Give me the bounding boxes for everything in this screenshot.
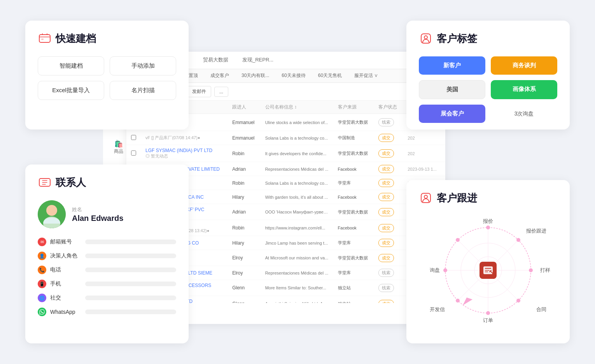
col-desc: 公司名称信息 ↕	[261, 101, 333, 114]
tag-business-negotiation[interactable]: 商务谈判	[491, 56, 557, 75]
subtab-promote[interactable]: 服开促活 ∨	[349, 69, 383, 82]
manual-add-btn[interactable]: 手动添加	[110, 56, 176, 75]
quick-build-card: 快速建档 智能建档 手动添加 Excel批量导入 名片扫描	[25, 21, 189, 130]
tag-portrait-system[interactable]: 画像体系	[491, 80, 557, 99]
tag-usa[interactable]: 美国	[419, 80, 485, 99]
row-source: 独立站	[333, 280, 374, 296]
subtab-deal[interactable]: 成交客户	[205, 69, 234, 82]
row-owner: Robin	[228, 176, 260, 190]
contact-title-text: 联系人	[56, 176, 86, 189]
label-contract: 合同	[536, 306, 546, 313]
row-source: 学堂贸易大数据	[333, 250, 374, 266]
tab-discover[interactable]: 发现_REPR...	[235, 52, 280, 69]
excel-import-btn[interactable]: Excel批量导入	[38, 81, 104, 100]
email-value	[85, 240, 176, 244]
smart-build-btn[interactable]: 智能建档	[38, 56, 104, 75]
row-status: 成交	[374, 236, 403, 250]
field-row-whatsapp: WhatsApp	[38, 308, 176, 316]
table-row[interactable]: LGF SYSMAC (INDIA) PVT LTD ◎ 暂无动态 Robin …	[126, 145, 445, 162]
contact-title: 联系人	[38, 175, 176, 189]
social-icon: 🌐	[38, 294, 46, 302]
row-company: vF [] 产品库厂(07/08 14:47)●	[141, 131, 228, 145]
row-desc: Amarjothi Spinning Mills Ltd. Ab...	[261, 296, 333, 303]
customer-tag-card: 客户标签 新客户 商务谈判 美国 画像体系 展会客户 3次询盘	[406, 21, 570, 130]
row-desc: Representaciones Médicas del ...	[261, 162, 333, 176]
row-check[interactable]	[126, 131, 141, 145]
contact-icon	[38, 175, 52, 189]
row-source: 学堂库	[333, 266, 374, 280]
avatar	[38, 200, 66, 228]
subtab-60days-no-machine[interactable]: 60天无售机	[313, 69, 347, 82]
field-row-mobile: 📱 手机	[38, 280, 176, 288]
field-row-phone: 📞 电话	[38, 266, 176, 274]
role-label: 决策人角色	[50, 252, 81, 259]
card-scan-btn[interactable]: 名片扫描	[110, 81, 176, 100]
subtab-30days[interactable]: 30天内有联...	[236, 69, 275, 82]
row-source: 学堂库	[333, 176, 374, 190]
svg-point-3	[424, 36, 427, 39]
row-owner: Robin	[228, 220, 260, 236]
row-status: 成交	[374, 145, 403, 162]
col-status: 客户状态	[374, 101, 403, 114]
customer-tag-title-text: 客户标签	[437, 32, 477, 46]
label-dev-letter: 开发信	[430, 306, 445, 313]
row-source: 学堂库	[333, 236, 374, 250]
label-quote: 报价	[483, 218, 493, 225]
subtab-60days-no-service[interactable]: 60天未接待	[276, 69, 311, 82]
table-row[interactable]: vF [] 产品库厂(07/08 14:47)● Emmanuel Solana…	[126, 131, 445, 145]
tab-trade-data[interactable]: 贸易大数据	[196, 52, 235, 69]
whatsapp-value	[85, 310, 176, 314]
row-check[interactable]	[126, 145, 141, 162]
row-desc: It gives developers the confide...	[261, 145, 333, 162]
row-desc: With garden tools, it's all about ...	[261, 190, 333, 204]
quick-build-icon	[38, 32, 52, 46]
label-order: 订单	[483, 317, 493, 324]
tag-new-customer[interactable]: 新客户	[419, 56, 485, 75]
social-label: 社交	[50, 294, 81, 301]
row-source: Facebook	[333, 220, 374, 236]
row-owner: Hilary	[228, 236, 260, 250]
quick-build-title-text: 快速建档	[56, 32, 96, 46]
social-value	[85, 296, 176, 300]
row-status: 线索	[374, 266, 403, 280]
row-owner: Elroy	[228, 250, 260, 266]
row-desc: Solana Labs is a technology co...	[261, 131, 333, 145]
row-desc: Jimco Lamp has been serving t...	[261, 236, 333, 250]
row-source: 独立站	[333, 296, 374, 303]
tag-grid: 新客户 商务谈判 美国 画像体系 展会客户 3次询盘	[419, 56, 557, 123]
whatsapp-label: WhatsApp	[50, 309, 81, 315]
label-inquiry: 询盘	[430, 267, 440, 274]
more-btn[interactable]: ...	[214, 87, 228, 97]
row-status: 成交	[374, 131, 403, 145]
row-source: Facebook	[333, 162, 374, 176]
row-source: 学堂贸易大数据	[333, 204, 374, 220]
send-email-btn[interactable]: 发邮件	[187, 86, 211, 97]
row-status: 成交	[374, 204, 403, 220]
tag-exhibition-customer[interactable]: 展会客户	[419, 105, 485, 123]
follow-icon	[419, 191, 433, 205]
label-quote-follow: 报价跟进	[526, 228, 546, 234]
row-source: Facebook	[333, 190, 374, 204]
radar-chart: 报价 报价跟进 打样 合同 订单 开发信 询盘	[434, 216, 542, 325]
row-status: 成交	[374, 176, 403, 190]
radar-center-icon	[480, 262, 497, 279]
contact-fields: ✉ 邮箱账号 👤 决策人角色 📞 电话 📱 手机 🌐 社交	[38, 238, 176, 316]
contact-name-label: 姓名	[72, 206, 123, 213]
field-row-role: 👤 决策人角色	[38, 252, 176, 260]
row-owner: Hilary	[228, 190, 260, 204]
row-owner: Robin	[228, 145, 260, 162]
tag-inquiry-count[interactable]: 3次询盘	[491, 105, 557, 123]
field-row-email: ✉ 邮箱账号	[38, 238, 176, 246]
sidebar-item-goods[interactable]: 🛍️ 商品	[114, 140, 123, 155]
whatsapp-icon	[38, 308, 46, 316]
row-status: 成交	[374, 220, 403, 236]
row-owner: Elroy	[228, 266, 260, 280]
row-source: 学堂贸易大数据	[333, 114, 374, 131]
row-desc: https://www.instagram.com/ell...	[261, 220, 333, 236]
follow-title: 客户跟进	[419, 191, 557, 205]
customer-tag-icon	[419, 32, 433, 46]
field-row-social: 🌐 社交	[38, 294, 176, 302]
row-owner: Emmanuel	[228, 131, 260, 145]
label-sample: 打样	[540, 267, 550, 274]
quick-build-title: 快速建档	[38, 32, 176, 46]
